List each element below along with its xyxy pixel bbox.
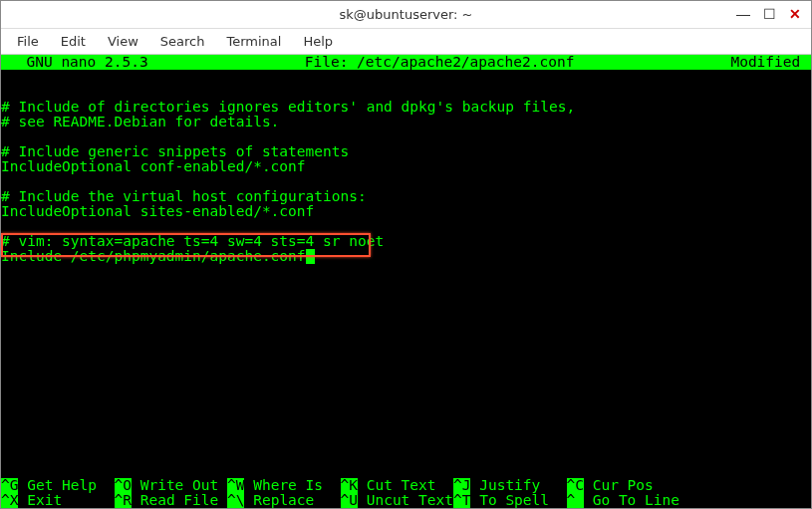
shortcut-key-replace: ^\ — [227, 493, 244, 508]
shortcut-key-where-is: ^W — [227, 478, 244, 493]
window-titlebar: sk@ubuntuserver: ~ — ☐ ✕ — [1, 1, 811, 29]
maximize-button[interactable]: ☐ — [757, 3, 781, 25]
menu-edit[interactable]: Edit — [51, 31, 96, 52]
menu-search[interactable]: Search — [150, 31, 215, 52]
nano-status: Modified — [730, 55, 809, 70]
editor-line: IncludeOptional conf-enabled/*.conf — [1, 159, 811, 174]
nano-file-label: File: /etc/apache2/apache2.conf — [148, 55, 731, 70]
shortcut-label-where-is: Where Is — [244, 477, 340, 493]
nano-shortcut-footer: ^G Get Help ^O Write Out ^W Where Is ^K … — [1, 478, 811, 508]
shortcut-label-exit: Exit — [18, 492, 114, 508]
menu-help[interactable]: Help — [293, 31, 343, 52]
nano-header: GNU nano 2.5.3 File: /etc/apache2/apache… — [1, 55, 811, 70]
shortcut-label-goto-line: Go To Line — [584, 492, 679, 508]
nano-app-name: GNU nano 2.5.3 — [3, 55, 148, 70]
shortcut-key-exit: ^X — [1, 493, 18, 508]
editor-line: # Include the virtual host configuration… — [1, 189, 811, 204]
shortcut-key-justify: ^J — [453, 478, 470, 493]
editor-line: # vim: syntax=apache ts=4 sw=4 sts=4 sr … — [1, 234, 811, 249]
editor-body[interactable]: # Include of directories ignores editors… — [1, 70, 811, 264]
cursor-icon — [306, 249, 315, 264]
shortcut-key-to-spell: ^T — [453, 493, 470, 508]
shortcut-key-read-file: ^R — [115, 493, 132, 508]
shortcut-row-2: ^X Exit ^R Read File ^\ Replace ^U Uncut… — [1, 493, 811, 508]
window-controls: — ☐ ✕ — [731, 3, 807, 25]
shortcut-row-1: ^G Get Help ^O Write Out ^W Where Is ^K … — [1, 478, 811, 493]
editor-line: # see README.Debian for details. — [1, 115, 811, 129]
menu-bar: File Edit View Search Terminal Help — [1, 29, 811, 55]
shortcut-key-cut-text: ^K — [341, 478, 358, 493]
close-button[interactable]: ✕ — [783, 3, 807, 25]
menu-view[interactable]: View — [98, 31, 148, 52]
shortcut-key-cur-pos: ^C — [567, 478, 584, 493]
shortcut-key-goto-line: ^_ — [567, 493, 584, 508]
shortcut-key-write-out: ^O — [115, 478, 132, 493]
minimize-button[interactable]: — — [731, 3, 755, 25]
editor-line: IncludeOptional sites-enabled/*.conf — [1, 204, 811, 219]
shortcut-key-get-help: ^G — [1, 478, 18, 493]
window-title: sk@ubuntuserver: ~ — [340, 7, 473, 22]
shortcut-label-replace: Replace — [244, 492, 340, 508]
shortcut-label-justify: Justify — [470, 477, 566, 493]
editor-line: # Include generic snippets of statements — [1, 144, 811, 159]
shortcut-label-uncut-text: Uncut Text — [358, 492, 453, 508]
shortcut-label-cut-text: Cut Text — [358, 477, 453, 493]
shortcut-label-to-spell: To Spell — [470, 492, 566, 508]
terminal-area[interactable]: GNU nano 2.5.3 File: /etc/apache2/apache… — [1, 55, 811, 508]
shortcut-label-write-out: Write Out — [132, 477, 227, 493]
shortcut-label-get-help: Get Help — [18, 477, 114, 493]
shortcut-label-cur-pos: Cur Pos — [584, 477, 654, 493]
shortcut-key-uncut-text: ^U — [341, 493, 358, 508]
editor-line-highlighted: Include /etc/phpmyadmin/apache.conf — [1, 249, 811, 264]
menu-file[interactable]: File — [7, 31, 49, 52]
menu-terminal[interactable]: Terminal — [216, 31, 291, 52]
shortcut-label-read-file: Read File — [132, 492, 227, 508]
editor-line: # Include of directories ignores editors… — [1, 100, 811, 115]
